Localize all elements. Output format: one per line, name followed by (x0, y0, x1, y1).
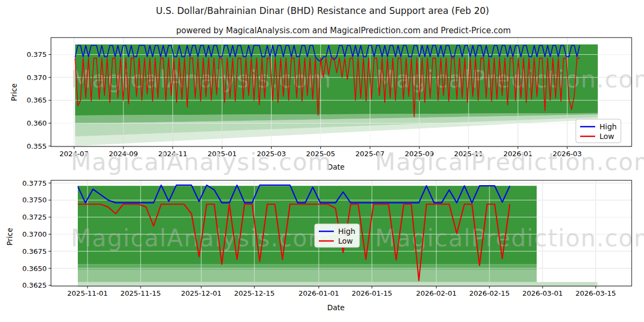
top-resistance-support-bands (75, 45, 598, 146)
bottom-legend-high-label: High (338, 227, 355, 236)
y-tick-label: 0.370 (27, 74, 47, 82)
y-tick-label: 0.360 (27, 119, 47, 127)
bottom-legend-low-label: Low (338, 237, 353, 245)
x-tick-label: 2026-02-15 (469, 289, 510, 297)
y-tick-label: 0.3675 (23, 247, 47, 255)
top-legend-low-label: Low (599, 132, 614, 141)
y-tick-label: 0.3775 (23, 179, 47, 187)
resistance-support-band (78, 270, 537, 282)
resistance-support-band (78, 264, 537, 269)
x-tick-label: 2025-11-01 (67, 289, 108, 297)
y-tick-label: 0.3625 (23, 281, 47, 289)
y-tick-label: 0.3700 (23, 230, 47, 238)
top-legend: High Low (576, 119, 621, 143)
watermark-analysis-middle: MagicalAnalysis.com (71, 148, 332, 175)
x-tick-label: 2025-11-15 (120, 289, 161, 297)
chart-title: U.S. Dollar/Bahrainian Dinar (BHD) Resis… (156, 5, 489, 16)
figure: U.S. Dollar/Bahrainian Dinar (BHD) Resis… (0, 0, 644, 322)
x-tick-label: 2026-01-15 (352, 289, 392, 297)
y-tick-label: 0.3750 (23, 196, 47, 204)
y-tick-label: 0.355 (27, 142, 47, 150)
y-tick-label: 0.3650 (23, 265, 47, 273)
y-tick-label: 0.365 (27, 96, 47, 104)
x-tick-label: 2026-03-01 (522, 289, 563, 297)
x-tick-label: 2026-03-15 (575, 289, 616, 297)
x-tick-label: 2026-02-01 (416, 289, 457, 297)
y-tick-label: 0.375 (27, 50, 47, 58)
bottom-x-axis-label: Date (327, 303, 345, 312)
top-legend-high-label: High (599, 122, 617, 131)
y-tick-label: 0.3725 (23, 213, 47, 221)
x-tick-label: 2026-01-01 (298, 289, 339, 297)
bottom-y-axis-label: Price (5, 228, 14, 246)
top-y-axis-label: Price (10, 84, 18, 101)
x-tick-label: 2025-12-01 (181, 289, 222, 297)
chart-subtitle: powered by MagicalAnalysis.com and Magic… (176, 26, 511, 35)
x-tick-label: 2025-12-15 (234, 289, 275, 297)
bottom-legend: High Low (314, 224, 360, 247)
watermark-prediction-middle: MagicalPrediction.com (375, 148, 644, 175)
